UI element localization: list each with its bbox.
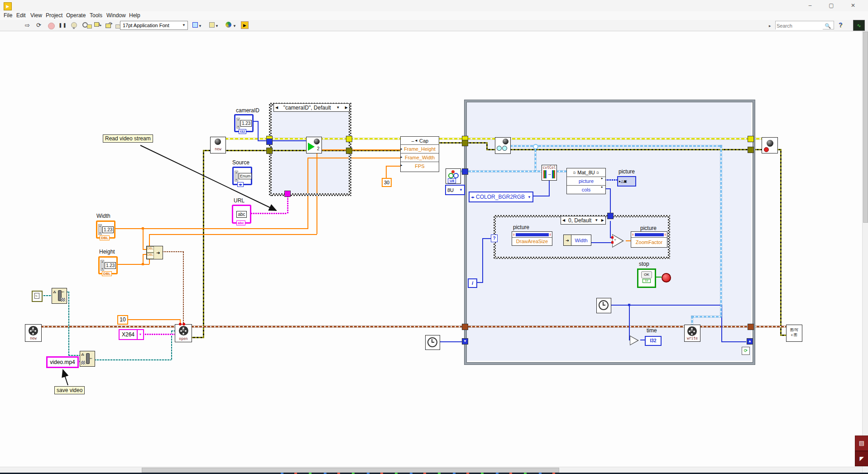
shift-register-left-icon[interactable]: ▼ [462, 338, 468, 345]
vi-icon[interactable]: ∿ [853, 20, 865, 31]
pause-button[interactable]: ❚❚ [58, 22, 67, 29]
depth-ring-constant[interactable]: 8U ▼ [445, 185, 465, 195]
minimize-button[interactable]: – [800, 0, 820, 11]
menu-operate[interactable]: Operate [66, 12, 86, 19]
cvtcolor-node[interactable]: cvtCol → [542, 165, 557, 181]
height-value[interactable]: 1.23 [105, 262, 116, 269]
increment-decrement-icon[interactable]: ▲▼ [101, 260, 104, 271]
build-path-node[interactable]: ⁂ ➳ [80, 351, 95, 367]
writer-open-node[interactable]: open [175, 324, 192, 342]
bundle-node[interactable]: DBL DBL ➔ [146, 246, 163, 259]
wire-path-5 [94, 359, 172, 360]
unbundle-node[interactable]: ➔ Width [563, 235, 591, 246]
inner-case-border-bottom[interactable] [494, 257, 670, 259]
toolbar-overflow-icon[interactable]: ▸ [769, 22, 771, 29]
iteration-terminal[interactable]: i [468, 278, 477, 288]
stop-button-terminal[interactable]: OK TF [637, 268, 656, 288]
search-box[interactable]: 🔍 [775, 21, 834, 29]
case-next-icon[interactable]: ▶ [601, 218, 604, 222]
zoomfactor-property-node[interactable]: ‼ ‼ ZoomFactor [631, 231, 667, 248]
floating-tool-button-1[interactable]: ▤ [855, 436, 868, 451]
read-video-stream-label[interactable]: Read video stream [103, 134, 153, 143]
path-constant-node[interactable]: ↻ [32, 291, 43, 302]
camera-read-node[interactable] [495, 137, 511, 154]
open-camera-node[interactable]: 2 [306, 137, 322, 153]
color-mode-constant[interactable]: ◂▸ COLOR_BGR2RGB ▼ [469, 192, 533, 202]
filename-constant[interactable]: video.mp4 [46, 356, 79, 368]
wire-url-up [287, 196, 288, 214]
menu-help[interactable]: Help [129, 12, 140, 19]
outer-case-selector[interactable]: ◀ "cameraID", Default ▼ ▶ [273, 103, 350, 112]
search-input[interactable] [776, 22, 823, 30]
close-button[interactable]: ✕ [843, 0, 863, 11]
cleanup-diagram-icon[interactable]: ▶ [241, 21, 249, 29]
inner-case-border-right[interactable] [668, 215, 670, 259]
strip-path-node[interactable]: ⁂ ➳ [52, 288, 67, 304]
case-dropdown-icon[interactable]: ▼ [595, 218, 598, 222]
wire-width-to-cap [307, 158, 400, 158]
mat-property-node[interactable]: 🗋 Mat_8U 🗋 picture cols [566, 168, 606, 194]
outer-case-border-bottom[interactable] [269, 193, 351, 196]
loop-tunnel-ref-left [462, 324, 468, 330]
drawareasize-property-node[interactable]: ‼ ‼ DrawAreaSize [512, 231, 552, 246]
help-button[interactable]: ? [839, 21, 843, 29]
menu-tools[interactable]: Tools [90, 12, 102, 19]
mat-title: Mat_8U [577, 170, 595, 175]
case-next-icon[interactable]: ▶ [345, 105, 348, 110]
floating-tool-button-2[interactable]: ◤ [855, 451, 868, 466]
increment-decrement-icon[interactable]: ▲▼ [236, 118, 240, 129]
cap-property-node[interactable]: ⚊◄ Cap Frame_Height Frame_Width FPS [400, 136, 439, 172]
menu-project[interactable]: Project [46, 12, 62, 19]
picture-indicator[interactable]: ▸△▣ [617, 176, 636, 187]
case-prev-icon[interactable]: ◀ [562, 218, 565, 222]
loop-condition-terminal[interactable]: ⟳ [742, 347, 750, 355]
time-indicator[interactable]: I32 [645, 336, 662, 346]
width-value[interactable]: 1.23 [102, 226, 114, 233]
run-button[interactable]: ⇨ [25, 22, 30, 29]
zoomfactor-row[interactable]: ZoomFactor [631, 237, 667, 247]
abort-button[interactable] [48, 23, 55, 29]
resize-objects-icon[interactable] [225, 22, 231, 28]
url-value[interactable]: abc [236, 211, 246, 218]
save-video-label[interactable]: save video [54, 386, 85, 394]
constant-10[interactable]: 10 [117, 315, 128, 325]
u8-type-node[interactable]: U8 [446, 168, 461, 184]
end-subvi-node[interactable]: 图/写 c 图 [786, 325, 802, 342]
cap-row-frame-width[interactable]: Frame_Width [401, 153, 439, 162]
menu-file[interactable]: File [4, 12, 12, 19]
distribute-objects-icon[interactable] [209, 22, 215, 28]
align-objects-icon[interactable] [192, 22, 198, 28]
cameraid-value[interactable]: 1.23 [240, 120, 252, 127]
drawareasize-row[interactable]: DrawAreaSize [512, 237, 552, 245]
menu-view[interactable]: View [30, 12, 42, 19]
mat-row-picture[interactable]: picture [567, 177, 605, 185]
menu-edit[interactable]: Edit [16, 12, 26, 19]
maximize-button[interactable]: ▢ [821, 0, 842, 11]
stop-condition-icon[interactable] [662, 273, 671, 282]
case-dropdown-icon[interactable]: ▼ [336, 105, 340, 110]
increment-decrement-icon[interactable]: ▲▼ [235, 171, 238, 182]
writer-write-node[interactable]: write [684, 325, 700, 342]
constant-30[interactable]: 30 [382, 178, 392, 187]
vertical-scrollbar-thumb[interactable] [863, 32, 868, 223]
cap-row-fps[interactable]: FPS [401, 162, 439, 170]
codec-constant[interactable]: X264 ▼ [119, 329, 144, 340]
camera-release-node[interactable] [762, 137, 778, 153]
cap-row-frame-height[interactable]: Frame_Height [401, 144, 439, 153]
mat-row-cols[interactable]: cols [567, 185, 605, 193]
horizontal-scrollbar-thumb[interactable] [142, 468, 559, 473]
writer-new-node[interactable]: new [25, 324, 42, 342]
tick-count-inner-node[interactable] [596, 298, 611, 313]
wire-path-4 [68, 355, 80, 356]
font-selector[interactable]: 17pt Application Font ▼ [120, 21, 188, 30]
case-prev-icon[interactable]: ◀ [275, 105, 278, 110]
convert-node[interactable] [630, 336, 638, 345]
run-continuous-button[interactable]: ⟳ [36, 22, 41, 29]
menu-window[interactable]: Window [106, 12, 126, 19]
increment-decrement-icon[interactable]: ▲▼ [98, 224, 102, 235]
camera-new-node[interactable]: new [210, 137, 226, 153]
inner-case-selector[interactable]: ◀ 0, Default ▼ ▶ [561, 216, 606, 225]
tick-count-outer-node[interactable] [425, 335, 440, 350]
shift-register-right-icon[interactable]: ▲ [747, 338, 753, 345]
source-value[interactable]: Enum [239, 173, 252, 179]
